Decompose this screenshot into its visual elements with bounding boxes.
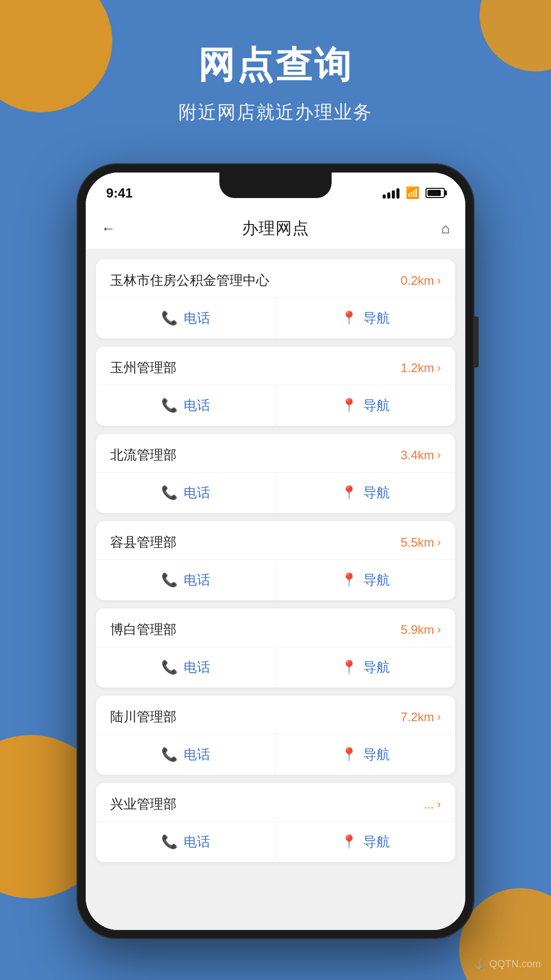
signal-icon (383, 187, 399, 199)
phone-screen: 9:41 📶 ← 办理网点 ⌂ (86, 173, 465, 930)
location-icon: 📍 (341, 310, 357, 326)
call-button[interactable]: 📞 电话 (96, 298, 276, 338)
distance-value: 5.5km (400, 535, 434, 550)
branch-header: 博白管理部 5.9km › (96, 608, 455, 647)
distance-value: 3.4km (400, 448, 434, 462)
phone-icon: 📞 (161, 398, 178, 413)
nav-label: 导航 (363, 309, 390, 327)
branch-header: 北流管理部 3.4km › (96, 434, 455, 472)
branch-card: 陆川管理部 7.2km › 📞 电话 📍 导航 (96, 696, 455, 775)
location-icon: 📍 (341, 485, 357, 501)
navigate-button[interactable]: 📍 导航 (276, 560, 456, 600)
branch-card: 玉林市住房公积金管理中心 0.2km › 📞 电话 📍 导航 (96, 259, 455, 338)
nav-label: 导航 (363, 658, 390, 676)
distance-value: 5.9km (400, 623, 434, 637)
call-label: 电话 (184, 658, 210, 676)
branch-header: 玉林市住房公积金管理中心 0.2km › (96, 259, 455, 298)
branch-card: 兴业管理部 ... › 📞 电话 📍 导航 (96, 783, 455, 862)
branch-header: 玉州管理部 1.2km › (96, 347, 455, 385)
nav-label: 导航 (363, 484, 390, 502)
navigate-button[interactable]: 📍 导航 (276, 647, 456, 688)
phone-icon: 📞 (161, 659, 178, 675)
phone-notch (219, 173, 332, 198)
distance-value: 1.2km (400, 361, 434, 375)
branch-card: 博白管理部 5.9km › 📞 电话 📍 导航 (96, 608, 455, 688)
navigate-button[interactable]: 📍 导航 (276, 298, 456, 338)
branch-actions: 📞 电话 📍 导航 (96, 647, 455, 688)
chevron-right-icon: › (437, 623, 441, 636)
watermark: ⚓ QQTN.com (473, 958, 541, 970)
branch-name: 玉州管理部 (110, 359, 177, 377)
branch-name: 陆川管理部 (110, 708, 177, 726)
branch-name: 北流管理部 (110, 446, 177, 464)
phone-icon: 📞 (161, 310, 178, 326)
branch-actions: 📞 电话 📍 导航 (96, 821, 455, 862)
nav-bar: ← 办理网点 ⌂ (86, 208, 465, 249)
navigate-button[interactable]: 📍 导航 (276, 822, 456, 862)
location-icon: 📍 (341, 659, 357, 675)
branch-distance[interactable]: 5.9km › (400, 623, 441, 637)
content-area: 玉林市住房公积金管理中心 0.2km › 📞 电话 📍 导航 玉州管理部 (86, 249, 465, 930)
call-label: 电话 (184, 746, 210, 764)
phone-icon: 📞 (161, 834, 178, 850)
call-label: 电话 (184, 484, 210, 502)
branch-actions: 📞 电话 📍 导航 (96, 559, 455, 600)
page-title: 网点查询 (0, 41, 551, 90)
navigate-button[interactable]: 📍 导航 (276, 385, 456, 426)
branch-card: 北流管理部 3.4km › 📞 电话 📍 导航 (96, 434, 455, 513)
branch-actions: 📞 电话 📍 导航 (96, 734, 455, 775)
branch-header: 容县管理部 5.5km › (96, 521, 455, 559)
chevron-right-icon: › (437, 710, 441, 724)
branch-name: 容县管理部 (110, 533, 177, 551)
branch-distance[interactable]: 0.2km › (400, 274, 441, 288)
branch-header: 陆川管理部 7.2km › (96, 696, 455, 734)
distance-value: ... (424, 797, 434, 812)
branch-distance[interactable]: 5.5km › (400, 535, 441, 550)
call-button[interactable]: 📞 电话 (96, 473, 276, 513)
branch-card: 容县管理部 5.5km › 📞 电话 📍 导航 (96, 521, 455, 600)
status-time: 9:41 (106, 185, 133, 201)
branch-distance[interactable]: 3.4km › (400, 448, 441, 462)
branch-name: 兴业管理部 (110, 795, 177, 813)
chevron-right-icon: › (437, 361, 441, 375)
location-icon: 📍 (341, 834, 357, 850)
chevron-right-icon: › (437, 274, 441, 287)
phone-frame: 9:41 📶 ← 办理网点 ⌂ (77, 163, 474, 939)
header-section: 网点查询 附近网店就近办理业务 (0, 41, 551, 125)
call-button[interactable]: 📞 电话 (96, 734, 276, 775)
call-button[interactable]: 📞 电话 (96, 560, 276, 600)
location-icon: 📍 (341, 572, 357, 588)
branch-actions: 📞 电话 📍 导航 (96, 298, 455, 338)
phone-icon: 📞 (161, 485, 178, 501)
chevron-right-icon: › (437, 536, 441, 549)
status-icons: 📶 (383, 186, 445, 200)
home-button[interactable]: ⌂ (441, 220, 450, 237)
branch-distance[interactable]: 1.2km › (400, 361, 441, 375)
distance-value: 0.2km (400, 274, 434, 288)
phone-icon: 📞 (161, 747, 178, 763)
branch-card: 玉州管理部 1.2km › 📞 电话 📍 导航 (96, 347, 455, 426)
call-label: 电话 (184, 833, 210, 851)
call-button[interactable]: 📞 电话 (96, 822, 276, 862)
branch-header: 兴业管理部 ... › (96, 783, 455, 821)
back-button[interactable]: ← (101, 220, 115, 237)
nav-title: 办理网点 (242, 217, 309, 240)
wifi-icon: 📶 (406, 186, 419, 200)
phone-wrapper: 9:41 📶 ← 办理网点 ⌂ (77, 163, 474, 939)
chevron-right-icon: › (437, 449, 441, 462)
navigate-button[interactable]: 📍 导航 (276, 734, 456, 775)
chevron-right-icon: › (437, 798, 441, 811)
branch-name: 玉林市住房公积金管理中心 (110, 272, 269, 289)
branch-actions: 📞 电话 📍 导航 (96, 472, 455, 513)
branch-distance[interactable]: ... › (424, 797, 441, 812)
nav-label: 导航 (363, 833, 390, 851)
navigate-button[interactable]: 📍 导航 (276, 473, 456, 513)
branch-distance[interactable]: 7.2km › (400, 710, 441, 724)
phone-icon: 📞 (161, 572, 178, 588)
call-button[interactable]: 📞 电话 (96, 385, 276, 426)
location-icon: 📍 (341, 398, 357, 413)
call-button[interactable]: 📞 电话 (96, 647, 276, 688)
distance-value: 7.2km (400, 710, 434, 724)
nav-label: 导航 (363, 397, 390, 414)
location-icon: 📍 (341, 747, 357, 763)
